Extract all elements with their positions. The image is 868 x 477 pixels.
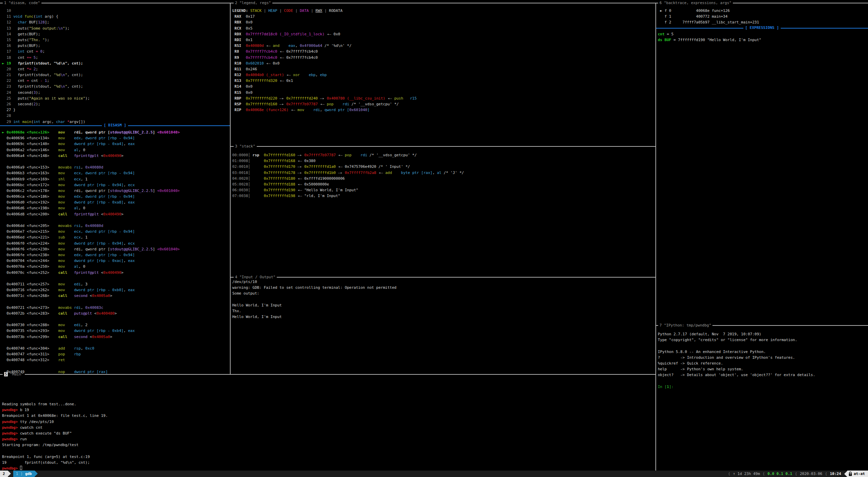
- hostname-value: at-at: [854, 471, 865, 477]
- terminal-line: 0x4006b3 <func+163> mov ecx, dword ptr […: [2, 170, 228, 176]
- terminal-line: Reading symbols from test...done.: [2, 401, 654, 407]
- chevron-left-icon: ⟨: [795, 471, 797, 477]
- stack-view[interactable]: 00:0000│ rsp 0x7fffffffd160 —▸ 0x7ffff7b…: [232, 152, 653, 199]
- terminal-line: 24 second(3);: [2, 90, 228, 95]
- powerline-arrow-icon: [35, 471, 38, 477]
- terminal-line: cnt = 5: [658, 31, 866, 37]
- vertical-border-right[interactable]: [655, 3, 656, 471]
- terminal-line: 0x4006d8 <func+200> call fprintf@plt <0x…: [2, 211, 228, 217]
- terminal-line: RDX 0x7ffff7dd18c0 (_IO_stdfile_1_lock) …: [232, 31, 653, 37]
- tmux-terminal: 1 "disasm, code" 2 "legend, regs" 6 "bac…: [0, 0, 868, 477]
- terminal-line: 0x400749 nop dword ptr [rax]: [2, 369, 228, 375]
- terminal-line: 0x40072b <func+283> call puts@plt <0x400…: [2, 311, 228, 316]
- terminal-line: f 1 400772 main+34: [658, 14, 866, 19]
- terminal-line: 14 gets(BUF);: [2, 31, 228, 37]
- terminal-line: R9 0x7ffff7fcb4c0 ◂— 0x7ffff7fcb4c0: [232, 55, 653, 60]
- chevron-left-icon: ⟨: [825, 471, 827, 477]
- terminal-line: 0x400721 <func+273> movabs rdi, 0x40083c: [2, 305, 228, 311]
- lock-icon: [849, 472, 852, 476]
- terminal-line: Starting program: /tmp/pwndbg/test: [2, 442, 654, 448]
- terminal-line: [2, 276, 228, 281]
- terminal-line: RSI 0x40080d ◂— and eax, 0x4f000a64 /* '…: [232, 43, 653, 49]
- pane-number: 7: [659, 323, 662, 328]
- terminal-line: 0x40071c <func+268> call second <0x4005a…: [2, 293, 228, 299]
- vertical-border-left[interactable]: [230, 3, 231, 375]
- ipython-console[interactable]: Python 2.7.17 (default, Nov 7 2019, 10:0…: [658, 331, 866, 390]
- watch-expressions[interactable]: cnt = 5ds BUF = 7fffffffd190 "Hello Worl…: [658, 31, 866, 43]
- terminal-line: [2, 217, 228, 223]
- disassembly[interactable]: ► 0x40068e <func+126> mov rdi, qword ptr…: [2, 129, 228, 375]
- terminal-line: LEGEND: STACK | HEAP | CODE | DATA | RWX…: [232, 8, 653, 14]
- window-index: 1: [16, 471, 18, 477]
- terminal-line: pwndbg> cwatch cnt: [2, 425, 654, 430]
- pane-title-text: "IPython: tmp/pwndbg": [662, 323, 711, 328]
- pane-title-stack: 3 "stack": [234, 144, 257, 149]
- terminal-line: 12 char BUF[128];: [2, 19, 228, 25]
- expressions-separator-label: [ EXPRESSIONS ]: [656, 25, 868, 31]
- terminal-line: 13 puts("Some output:\n");: [2, 25, 228, 31]
- pane-number: 3: [235, 144, 237, 148]
- terminal-line: 15 puts("Thx. ");: [2, 37, 228, 43]
- terminal-line: 20 cnt *= 2;: [2, 66, 228, 72]
- gdb-console[interactable]: Reading symbols from test...done.pwndbg>…: [2, 401, 654, 471]
- terminal-line: 0x40070a <func+250> mov al, 0: [2, 264, 228, 269]
- terminal-line: 16 puts(BUF);: [2, 43, 228, 49]
- terminal-line: 27 }: [2, 107, 228, 113]
- terminal-line: In [1]:: [658, 384, 866, 390]
- uptime-icon: ↑: [733, 471, 735, 477]
- terminal-line: 17 int cnt = 0;: [2, 49, 228, 54]
- terminal-line: 0x400696 <func+134> mov edx, dword ptr […: [2, 135, 228, 141]
- terminal-line: 0x4006e7 <func+215> mov ecx, dword ptr […: [2, 229, 228, 234]
- top-border: [0, 3, 868, 3]
- program-io[interactable]: /dev/pts/10warning: GDB: Failed to set c…: [232, 279, 653, 320]
- source-code[interactable]: 10 11 void func(int arg) { 12 char BUF[1…: [2, 8, 228, 125]
- terminal-line: 00:0000│ rsp 0x7fffffffd160 —▸ 0x7ffff7b…: [232, 152, 653, 158]
- pane-number: 6: [659, 1, 662, 5]
- pane-title-backtrace: 6 "backtrace, expressions, args": [658, 0, 733, 6]
- terminal-line: Type "copyright", "credits" or "license"…: [658, 337, 866, 343]
- terminal-line: 0x400748 <func+312> ret: [2, 357, 228, 363]
- uptime-text: [735, 471, 738, 477]
- terminal-line: ds BUF = 7fffffffd190 "Hello World, I'm …: [658, 37, 866, 43]
- tmux-status-bar: 2 1 ⟩ gdb ⟨ ↑ 1d 23h 49m ⟨ 0.0 0.1 0.1 ⟨…: [0, 471, 868, 477]
- terminal-line: 0x4006bc <func+172> mov dword ptr [rbp -…: [2, 182, 228, 188]
- terminal-line: 0x400735 <func+293> mov dword ptr [rbp -…: [2, 328, 228, 334]
- terminal-line: Thx.: [232, 308, 653, 314]
- terminal-line: RDI 0x1: [232, 37, 653, 43]
- terminal-line: 28: [2, 113, 228, 119]
- load-average: 0.0 0.1 0.1: [767, 471, 792, 477]
- terminal-line: R12 0x4004b0 (_start) ◂— xor ebp, ebp: [232, 72, 653, 78]
- terminal-line: ► 0x40068e <func+126> mov rdi, qword ptr…: [2, 129, 228, 135]
- window-tab-gdb[interactable]: 1 ⟩ gdb: [13, 471, 35, 477]
- terminal-line: 23 fprintf(stdout, "%d\n", cnt);: [2, 84, 228, 89]
- pane-number: 1: [4, 1, 6, 5]
- status-left: 2 1 ⟩ gdb: [0, 471, 38, 477]
- pane-title-text: "legend, regs": [237, 1, 271, 5]
- terminal-line: 0x4006d6 <func+198> mov al, 0: [2, 205, 228, 211]
- terminal-line: RBX 0x0: [232, 19, 653, 25]
- terminal-line: 06:0030│ 0x7fffffffd190 ◂— "Hello World,…: [232, 187, 653, 193]
- terminal-line: 0x400730 <func+288> mov edi, 2: [2, 322, 228, 328]
- terminal-line: 11 void func(int arg) {: [2, 14, 228, 19]
- terminal-line: pwndbg> run: [2, 436, 654, 442]
- terminal-line: 0x4006f6 <func+230> mov rdi, qword ptr […: [2, 246, 228, 252]
- terminal-line: 0x4006d0 <func+192> mov dword ptr [rbp -…: [2, 199, 228, 205]
- terminal-line: [2, 316, 228, 322]
- backtrace-frames[interactable]: ► f 0 40068e func+126 f 1 400772 main+34…: [658, 8, 866, 25]
- terminal-line: [658, 378, 866, 384]
- session-name-segment[interactable]: 2: [0, 471, 8, 477]
- terminal-line: 19 fprintf(stdout, "%d\n", cnt);: [2, 460, 654, 465]
- terminal-line: Python 2.7.17 (default, Nov 7 2019, 10:0…: [658, 331, 866, 337]
- terminal-line: 25 puts("Again as it was so nice");: [2, 95, 228, 101]
- terminal-line: 0x4006fe <func+238> mov edx, dword ptr […: [2, 252, 228, 258]
- io-border: [231, 277, 655, 278]
- terminal-line: ► f 0 40068e func+126: [658, 8, 866, 14]
- terminal-line: [658, 343, 866, 349]
- terminal-line: R8 0x7ffff7fcb4c0 ◂— 0x7ffff7fcb4c0: [232, 49, 653, 54]
- uptime-value: 1d 23h 49m: [738, 471, 760, 477]
- terminal-line: 0x40070c <func+252> call fprintf@plt <0x…: [2, 270, 228, 276]
- terminal-line: 0x4006b9 <func+169> shl ecx, 1: [2, 176, 228, 182]
- registers[interactable]: LEGEND: STACK | HEAP | CODE | DATA | RWX…: [232, 8, 653, 113]
- terminal-line: Hello World, I'm Input: [232, 302, 653, 308]
- terminal-line: object? -> Details about 'object', use '…: [658, 372, 866, 378]
